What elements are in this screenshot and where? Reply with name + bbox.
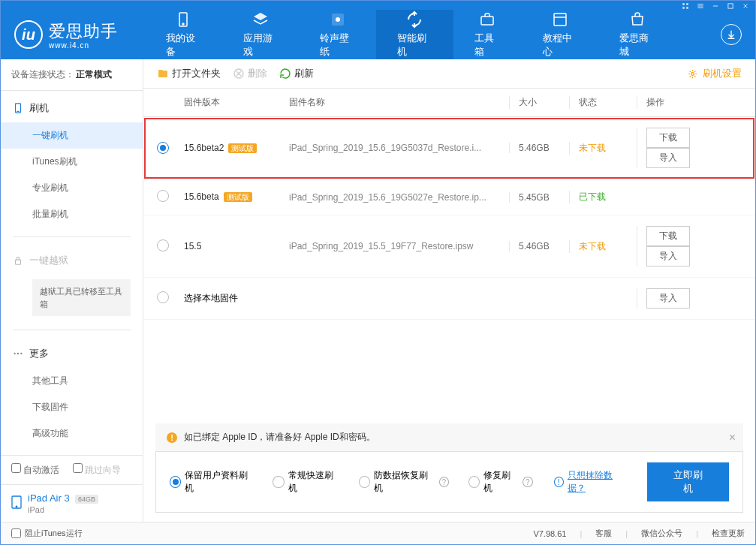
app-name: 爱思助手 bbox=[49, 20, 118, 43]
firmware-row[interactable]: 15.5iPad_Spring_2019_15.5_19F77_Restore.… bbox=[143, 215, 755, 278]
firmware-name: iPad_Spring_2019_15.6_19G5027e_Restore.i… bbox=[289, 192, 509, 203]
svg-point-29 bbox=[691, 72, 694, 75]
firmware-version: 15.5 bbox=[184, 241, 201, 251]
nav-store[interactable]: 爱思商城 bbox=[598, 10, 676, 59]
import-button[interactable]: 导入 bbox=[646, 148, 690, 168]
flash-option-antirecovery[interactable]: 防数据恢复刷机? bbox=[359, 469, 449, 495]
sidebar-oneclick-flash[interactable]: 一键刷机 bbox=[1, 122, 143, 149]
auto-activate-checkbox[interactable]: 自动激活 bbox=[11, 463, 59, 477]
sidebar-itunes-flash[interactable]: iTunes刷机 bbox=[1, 149, 143, 175]
firmware-status: 未下载 bbox=[579, 241, 606, 251]
svg-rect-0 bbox=[682, 3, 685, 5]
sidebar-flash-header[interactable]: 刷机 bbox=[1, 94, 143, 122]
radio-select[interactable] bbox=[157, 239, 169, 251]
sidebar-batch-flash[interactable]: 批量刷机 bbox=[1, 201, 143, 227]
device-name: iPad Air 3 bbox=[28, 492, 70, 504]
logo-icon: iu bbox=[14, 20, 43, 49]
wechat-link[interactable]: 微信公众号 bbox=[641, 528, 682, 539]
svg-point-22 bbox=[17, 353, 19, 354]
flash-option-repair[interactable]: 修复刷机? bbox=[468, 469, 533, 495]
svg-point-12 bbox=[182, 23, 184, 25]
flash-now-button[interactable]: 立即刷机 bbox=[647, 462, 730, 501]
sidebar-advanced[interactable]: 高级功能 bbox=[1, 420, 143, 447]
flash-icon bbox=[405, 11, 424, 29]
radio-local[interactable] bbox=[157, 291, 169, 303]
help-icon[interactable]: ? bbox=[523, 477, 532, 487]
settings-button[interactable]: 刷机设置 bbox=[687, 67, 742, 80]
apple-id-notice: ! 如已绑定 Apple ID，请准备好 Apple ID和密码。 × bbox=[155, 423, 743, 451]
ringtone-icon bbox=[328, 11, 348, 29]
logo: iu 爱思助手 www.i4.cn bbox=[14, 20, 118, 50]
help-icon[interactable]: ? bbox=[439, 477, 449, 487]
nav-ringtones[interactable]: 铃声壁纸 bbox=[299, 10, 376, 59]
close-icon[interactable] bbox=[742, 2, 749, 9]
footer: 阻止iTunes运行 V7.98.61 | 客服 | 微信公众号 | 检查更新 bbox=[1, 522, 755, 544]
erase-data-link[interactable]: 只想抹除数据？ bbox=[568, 469, 628, 495]
sidebar-pro-flash[interactable]: 专业刷机 bbox=[1, 175, 143, 201]
svg-point-14 bbox=[336, 17, 340, 22]
nav-smart-flash[interactable]: 智能刷机 bbox=[376, 10, 453, 59]
refresh-button[interactable]: 刷新 bbox=[279, 67, 314, 80]
nav-tutorials[interactable]: 教程中心 bbox=[522, 10, 599, 59]
firmware-version: 15.6beta2 bbox=[184, 143, 224, 153]
sidebar-download-firmware[interactable]: 下载固件 bbox=[1, 394, 143, 420]
nav-my-device[interactable]: 我的设备 bbox=[145, 10, 222, 59]
check-update-link[interactable]: 检查更新 bbox=[712, 528, 745, 539]
open-folder-button[interactable]: 打开文件夹 bbox=[157, 67, 221, 80]
radio-select[interactable] bbox=[157, 142, 169, 154]
titlebar-list-icon[interactable] bbox=[697, 2, 704, 9]
nav-toolbox[interactable]: 工具箱 bbox=[453, 10, 522, 59]
firmware-row[interactable]: 15.6beta测试版iPad_Spring_2019_15.6_19G5027… bbox=[143, 179, 755, 215]
apps-icon bbox=[251, 11, 270, 29]
device-type: iPad bbox=[28, 505, 98, 514]
firmware-size: 5.46GB bbox=[509, 143, 569, 153]
sidebar-more-header[interactable]: 更多 bbox=[1, 339, 143, 368]
titlebar-settings-icon[interactable] bbox=[682, 2, 689, 9]
firmware-name: iPad_Spring_2019_15.5_19F77_Restore.ipsw bbox=[289, 241, 509, 251]
import-local-button[interactable]: 导入 bbox=[646, 288, 690, 309]
flash-option-quick[interactable]: 常规快速刷机 bbox=[273, 469, 339, 495]
device-storage: 64GB bbox=[75, 495, 98, 504]
flash-option-keep-data[interactable]: 保留用户资料刷机 bbox=[170, 469, 253, 495]
svg-rect-3 bbox=[686, 7, 688, 9]
firmware-size: 5.46GB bbox=[509, 241, 569, 251]
maximize-icon[interactable] bbox=[727, 2, 734, 9]
download-button[interactable] bbox=[721, 24, 742, 45]
flash-options-panel: 保留用户资料刷机 常规快速刷机 防数据恢复刷机? 修复刷机? ! 只想抹除数据？… bbox=[155, 451, 743, 513]
nav-apps[interactable]: 应用游戏 bbox=[222, 10, 300, 59]
store-icon bbox=[628, 11, 647, 29]
device-icon bbox=[11, 495, 22, 511]
svg-rect-1 bbox=[686, 3, 688, 5]
skip-wizard-checkbox[interactable]: 跳过向导 bbox=[73, 463, 121, 477]
info-icon[interactable]: ! bbox=[554, 477, 564, 487]
beta-badge: 测试版 bbox=[224, 192, 252, 202]
beta-badge: 测试版 bbox=[228, 143, 257, 153]
support-link[interactable]: 客服 bbox=[595, 528, 612, 539]
svg-rect-15 bbox=[481, 17, 493, 25]
svg-text:!: ! bbox=[170, 433, 173, 442]
sidebar-other-tools[interactable]: 其他工具 bbox=[1, 368, 143, 394]
import-button[interactable]: 导入 bbox=[646, 246, 690, 266]
download-button[interactable]: 下载 bbox=[646, 226, 690, 246]
notice-close-button[interactable]: × bbox=[729, 431, 736, 444]
phone-icon bbox=[173, 11, 193, 29]
device-info[interactable]: iPad Air 3 64GB iPad bbox=[1, 484, 143, 522]
firmware-version: 15.6beta bbox=[184, 191, 219, 202]
firmware-status: 未下载 bbox=[579, 143, 606, 153]
download-button[interactable]: 下载 bbox=[646, 128, 690, 148]
sidebar: 设备连接状态：正常模式 刷机 一键刷机 iTunes刷机 专业刷机 批量刷机 一… bbox=[1, 59, 143, 522]
minimize-icon[interactable] bbox=[712, 2, 719, 9]
firmware-row[interactable]: 15.6beta2测试版iPad_Spring_2019_15.6_19G503… bbox=[143, 117, 755, 179]
svg-point-25 bbox=[16, 506, 17, 507]
prevent-itunes-checkbox[interactable]: 阻止iTunes运行 bbox=[11, 528, 83, 539]
svg-rect-8 bbox=[728, 4, 733, 8]
svg-rect-2 bbox=[682, 7, 685, 9]
connection-status: 设备连接状态：正常模式 bbox=[1, 59, 143, 91]
radio-select[interactable] bbox=[157, 190, 169, 202]
app-header: iu 爱思助手 www.i4.cn 我的设备 应用游戏 铃声壁纸 智能刷机 工具… bbox=[1, 10, 755, 59]
tutorial-icon bbox=[550, 11, 570, 29]
warning-icon: ! bbox=[166, 432, 178, 444]
svg-point-23 bbox=[20, 353, 22, 354]
delete-button: 删除 bbox=[233, 67, 267, 80]
svg-point-21 bbox=[14, 353, 15, 354]
